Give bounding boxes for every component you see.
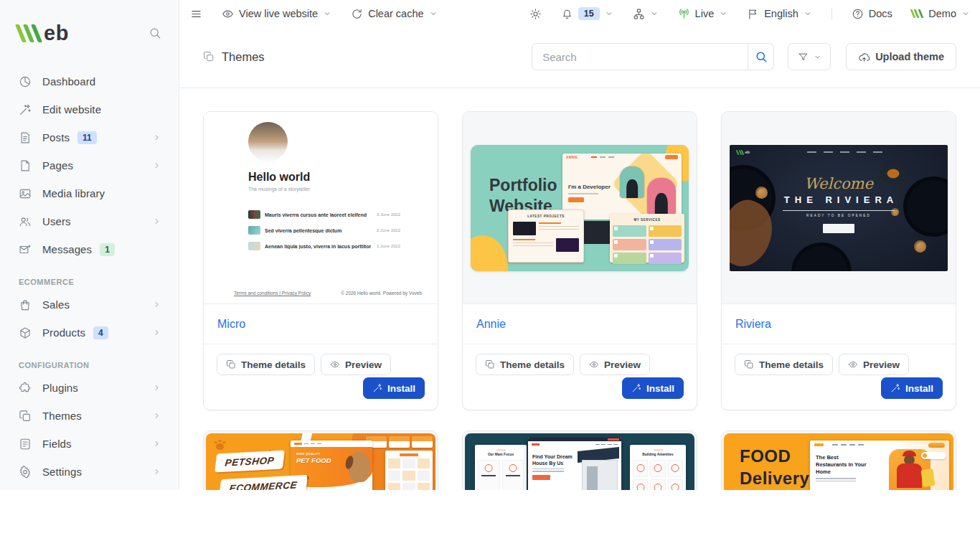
theme-details-button[interactable]: Theme details <box>476 354 574 375</box>
sidebar-item-settings[interactable]: Settings <box>0 458 179 486</box>
theme-name-link[interactable]: Annie <box>476 318 506 331</box>
language-label: English <box>764 8 798 19</box>
chevron-right-icon <box>152 439 161 448</box>
chevron-right-icon <box>152 133 161 142</box>
theme-card: FOODDeliveryThe Best Restaurants In Your… <box>721 430 956 490</box>
clear-cache-button[interactable]: Clear cache <box>351 8 437 20</box>
theme-toggle-sun-icon[interactable] <box>529 8 542 20</box>
post-thumbnail <box>248 210 260 219</box>
fields-icon <box>19 438 32 451</box>
upload-theme-button[interactable]: Upload theme <box>846 43 956 70</box>
product-grid-mockup <box>385 451 433 490</box>
theme-preview[interactable]: FOODDeliveryThe Best Restaurants In Your… <box>722 431 956 490</box>
install-button[interactable]: Install <box>622 377 684 399</box>
sites-menu-button[interactable] <box>633 8 659 20</box>
sidebar-item-media-library[interactable]: Media library <box>0 179 179 207</box>
filter-button[interactable] <box>788 43 831 70</box>
sidebar-item-messages[interactable]: Messages1 <box>0 235 179 263</box>
chevron-right-icon <box>152 383 161 392</box>
preview-button[interactable]: Preview <box>580 354 650 375</box>
sidebar-item-pages[interactable]: Pages <box>0 151 179 179</box>
theme-card-actions: Theme detailsPreviewInstall <box>204 344 438 410</box>
eye-icon <box>330 359 340 369</box>
notifications-count-badge: 15 <box>578 7 600 20</box>
main-area: View live website Clear cache 15 <box>179 0 980 490</box>
preview-button[interactable]: Preview <box>321 354 391 375</box>
chevron-down-icon <box>605 9 613 18</box>
app-window: eb DashboardEdit websitePosts11PagesMedi… <box>0 0 980 490</box>
screenshot-button <box>823 224 854 233</box>
sidebar-item-label: Posts <box>42 131 70 143</box>
chevron-down-icon <box>429 9 438 18</box>
screenshot-caption: PETSHOP <box>215 451 285 473</box>
view-live-website-button[interactable]: View live website <box>222 8 331 20</box>
theme-card: ebWelcomeTHE RIVIERAREADY TO BE OPENEDRi… <box>721 111 956 410</box>
sidebar-item-fields[interactable]: Fields <box>0 430 179 458</box>
theme-preview[interactable]: HIGH QUALITYPET FOODPETSHOPECOMMERCE <box>204 431 438 490</box>
cloud-upload-icon <box>858 51 870 63</box>
sidebar-section-label: ECOMMERCE <box>0 278 179 286</box>
blog-post-row: Aenean ligula justo, viverra in lacus po… <box>248 238 400 254</box>
message-icon <box>19 243 32 256</box>
theme-preview[interactable]: ebWelcomeTHE RIVIERAREADY TO BE OPENED <box>722 112 956 304</box>
chevron-down-icon <box>961 9 970 18</box>
theme-details-button[interactable]: Theme details <box>735 354 833 375</box>
sidebar-item-users[interactable]: Users <box>0 207 179 235</box>
post-thumbnail <box>248 242 260 250</box>
sidebar-item-label: Edit website <box>42 103 101 116</box>
logo-text: eb <box>44 24 69 42</box>
search-input[interactable] <box>532 43 748 70</box>
chevron-right-icon <box>152 217 161 226</box>
post-thumbnail <box>248 226 260 235</box>
live-status-button[interactable]: Live <box>678 8 728 20</box>
theme-details-button[interactable]: Theme details <box>217 354 315 375</box>
themes-icon <box>203 51 215 62</box>
sidebar-item-products[interactable]: Products4 <box>0 319 179 347</box>
sidebar-search-icon[interactable] <box>149 27 161 39</box>
flag-icon <box>747 8 759 20</box>
sidebar-item-dashboard[interactable]: Dashboard <box>0 67 179 95</box>
avatar <box>248 122 288 161</box>
sidebar-item-sales[interactable]: Sales <box>0 291 179 319</box>
site-mockup: Find Your Dream House By Us <box>528 438 621 490</box>
theme-preview[interactable]: PortfolioWebsiteANNIEI'm a DeveloperLATE… <box>463 112 697 304</box>
copy-icon <box>485 359 495 369</box>
search-button[interactable] <box>748 43 774 70</box>
post-list: Mauris viverra cursus ante laoreet eleif… <box>248 207 400 254</box>
sidebar-item-plugins[interactable]: Plugins <box>0 374 179 402</box>
preview-button[interactable]: Preview <box>839 354 909 375</box>
theme-card-title-row: Annie <box>463 304 697 344</box>
theme-name-link[interactable]: Micro <box>217 318 245 331</box>
install-button[interactable]: Install <box>881 377 943 399</box>
theme-card: Hello worldThe musings of a storytellerM… <box>203 111 438 410</box>
vvveb-logo[interactable]: eb <box>19 24 69 42</box>
chevron-right-icon <box>152 300 161 309</box>
page-title: Themes <box>222 50 265 64</box>
theme-preview[interactable]: Hello worldThe musings of a storytellerM… <box>204 112 438 304</box>
magic-wand-icon <box>890 383 900 393</box>
upload-theme-label: Upload theme <box>875 51 944 62</box>
clear-cache-label: Clear cache <box>368 8 423 19</box>
plugin-icon <box>19 382 32 395</box>
language-selector[interactable]: English <box>747 8 812 20</box>
eye-icon <box>589 359 599 369</box>
account-menu-demo[interactable]: Demo <box>912 8 970 19</box>
theme-preview[interactable]: Our Main FocusBuilding AmenitiesFind You… <box>463 431 697 490</box>
fooddelivery-theme-screenshot: FOODDeliveryThe Best Restaurants In Your… <box>724 433 953 490</box>
notifications-button[interactable]: 15 <box>561 7 613 20</box>
funnel-icon <box>798 52 809 62</box>
theme-name-link[interactable]: Riviera <box>735 318 771 331</box>
menu-toggle-button[interactable] <box>190 8 202 20</box>
sidebar-item-edit-website[interactable]: Edit website <box>0 95 179 123</box>
sitemap-icon <box>633 8 645 20</box>
sidebar-item-posts[interactable]: Posts11 <box>0 123 179 151</box>
sidebar-item-themes[interactable]: Themes <box>0 402 179 430</box>
blog-post-row: Sed viverra pellentesque dictum2 June 20… <box>248 222 400 238</box>
eye-icon <box>222 8 234 20</box>
realestate-theme-screenshot: Our Main FocusBuilding AmenitiesFind You… <box>465 433 694 490</box>
page-icon <box>19 159 32 172</box>
live-label: Live <box>695 8 715 19</box>
docs-link[interactable]: Docs <box>852 8 892 20</box>
install-button[interactable]: Install <box>363 377 425 399</box>
petshop-theme-screenshot: HIGH QUALITYPET FOODPETSHOPECOMMERCE <box>206 433 435 490</box>
